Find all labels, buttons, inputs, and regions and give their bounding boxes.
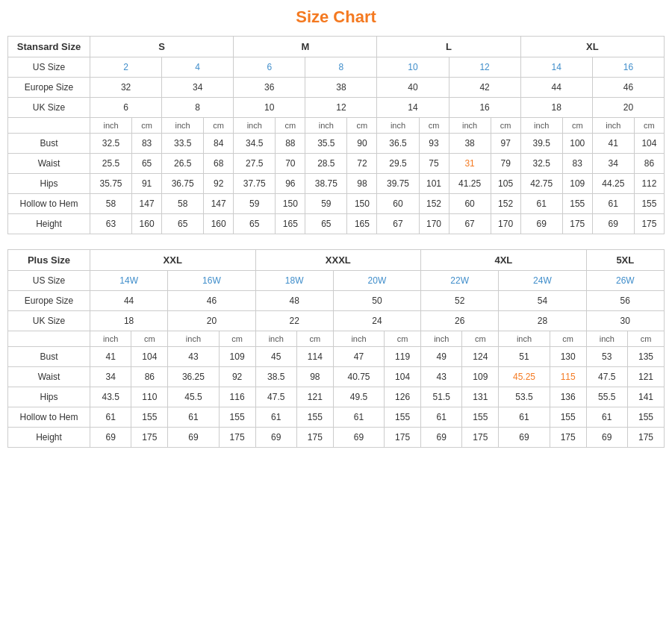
cell: 109 [462, 367, 499, 387]
subheader-cm-4: cm [347, 118, 377, 134]
cell: 155 [385, 407, 421, 428]
plus-europe-54: 54 [499, 291, 586, 311]
plus-size-label: Plus Size [8, 250, 90, 271]
europe-38: 38 [305, 78, 377, 98]
cell: 55.5 [586, 387, 627, 407]
plus-uk-24: 24 [333, 311, 420, 331]
cell: 116 [219, 387, 255, 407]
cell: 104 [385, 367, 421, 387]
measurement-label-height: Height [8, 214, 90, 234]
cell: 59 [305, 194, 347, 214]
plus-xxxl-group: XXXL [255, 250, 421, 271]
cell: 155 [219, 407, 255, 428]
europe-size-label: Europe Size [8, 78, 90, 98]
cell: 86 [634, 154, 664, 174]
cell: 91 [132, 174, 162, 194]
cell: 34 [90, 367, 131, 387]
plus-xxl-group: XXL [90, 250, 256, 271]
cell: 150 [347, 194, 377, 214]
cell: 29.5 [377, 154, 419, 174]
subheader-inch-7: inch [520, 118, 562, 134]
cell: 27.5 [234, 154, 276, 174]
cell: 61 [421, 407, 462, 428]
plus-uk-30: 30 [586, 311, 664, 331]
cell: 45 [255, 347, 296, 367]
measurement-label-hollow-to-hem: Hollow to Hem [8, 194, 90, 214]
cell: 70 [276, 154, 305, 174]
cell: 72 [347, 154, 377, 174]
plus-uk-26: 26 [421, 311, 499, 331]
cell: 92 [204, 174, 234, 194]
plus-uk-22: 22 [255, 311, 333, 331]
plus-europe-size-label: Europe Size [8, 291, 90, 311]
cell: 43 [168, 347, 219, 367]
plus-europe-44: 44 [90, 291, 168, 311]
plus-measurement-label-height: Height [8, 428, 90, 448]
cell: 175 [562, 214, 592, 234]
cell: 152 [491, 194, 520, 214]
subheader-inch-6: inch [449, 118, 491, 134]
cell: 79 [491, 154, 520, 174]
plus-uk-20: 20 [168, 311, 255, 331]
cell: 44.25 [592, 174, 634, 194]
cell: 175 [385, 428, 421, 448]
plus-us-20w: 20W [333, 271, 420, 291]
cell: 104 [634, 134, 664, 154]
us-size-8: 8 [305, 57, 377, 78]
cell: 119 [385, 347, 421, 367]
cell: 35.75 [90, 174, 132, 194]
cell: 32.5 [90, 134, 132, 154]
cell: 93 [419, 134, 449, 154]
cell: 104 [131, 347, 168, 367]
cell: 32.5 [520, 154, 562, 174]
plus-uk-size-label: UK Size [8, 311, 90, 331]
cell: 135 [627, 347, 664, 367]
cell: 68 [204, 154, 234, 174]
cell: 45.25 [499, 367, 550, 387]
cell: 69 [592, 214, 634, 234]
cell: 38 [449, 134, 491, 154]
cell: 147 [204, 194, 234, 214]
cell: 92 [219, 367, 255, 387]
plus-measurement-label-hips: Hips [8, 387, 90, 407]
cell: 147 [132, 194, 162, 214]
cell: 165 [347, 214, 377, 234]
standard-s-group: S [90, 37, 234, 57]
plus-measurement-label-hollow-to-hem: Hollow to Hem [8, 407, 90, 428]
cell: 69 [333, 428, 384, 448]
cell: 126 [385, 387, 421, 407]
plus-sh-inch-1: inch [90, 331, 131, 347]
table-row: Hips43.511045.511647.512149.512651.51315… [8, 387, 665, 407]
cell: 51.5 [421, 387, 462, 407]
us-size-4: 4 [162, 57, 234, 78]
cell: 67 [377, 214, 419, 234]
uk-size-label: UK Size [8, 98, 90, 118]
cell: 65 [132, 154, 162, 174]
plus-measurement-label-bust: Bust [8, 347, 90, 367]
plus-uk-28: 28 [499, 311, 586, 331]
cell: 47.5 [586, 367, 627, 387]
plus-europe-46: 46 [168, 291, 255, 311]
table-row: Bust41104431094511447119491245113053135 [8, 347, 665, 367]
cell: 47.5 [255, 387, 296, 407]
uk-20: 20 [592, 98, 664, 118]
standard-l-group: L [377, 37, 520, 57]
europe-40: 40 [377, 78, 449, 98]
cell: 53 [586, 347, 627, 367]
cell: 58 [90, 194, 132, 214]
europe-34: 34 [162, 78, 234, 98]
uk-8: 8 [162, 98, 234, 118]
subheader-cm-8: cm [634, 118, 664, 134]
cell: 67 [449, 214, 491, 234]
plus-uk-size-row: UK Size 18 20 22 24 26 28 30 [8, 311, 665, 331]
cell: 47 [333, 347, 384, 367]
cell: 155 [550, 407, 586, 428]
cell: 39.5 [520, 134, 562, 154]
plus-sh-cm-4: cm [385, 331, 421, 347]
cell: 35.5 [305, 134, 347, 154]
cell: 90 [347, 134, 377, 154]
subheader-cm-1: cm [132, 118, 162, 134]
us-size-10: 10 [377, 57, 449, 78]
cell: 170 [419, 214, 449, 234]
cell: 170 [491, 214, 520, 234]
